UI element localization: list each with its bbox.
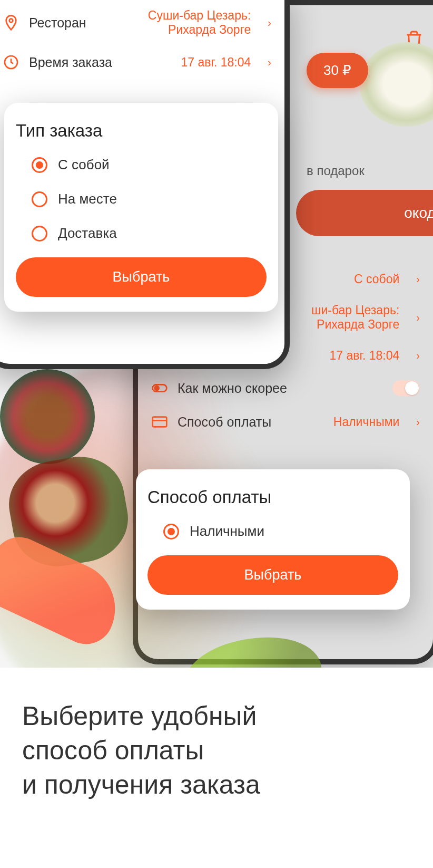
sushi-illustration [0,369,95,464]
select-button[interactable]: Выбрать [147,555,398,595]
food-image [359,42,433,127]
svg-point-4 [9,19,13,23]
radio-option-cash[interactable]: Наличными [163,523,398,539]
price-badge: 30 ₽ [307,53,368,88]
location-icon [3,14,19,31]
radio-option-delivery[interactable]: Доставка [32,225,267,242]
chevron-right-icon: › [416,350,420,362]
restaurant-value: Суши-бар Цезарь: Рихарда Зорге [130,8,251,37]
order-type-modal: Тип заказа С собой На месте Доставка Выб… [4,103,278,312]
asap-toggle[interactable] [392,380,420,396]
radio-icon [32,226,47,242]
radio-option-takeaway[interactable]: С собой [32,157,267,173]
radio-icon [163,524,179,539]
radio-icon [32,157,47,173]
chevron-right-icon: › [416,273,420,285]
chevron-right-icon: › [416,312,420,324]
gift-label: в подарок [307,163,365,178]
marketing-headline: Выберите удобный способ оплаты и получен… [22,699,411,802]
restaurant-row[interactable]: Ресторан Суши-бар Цезарь: Рихарда Зорге … [3,0,271,45]
trash-icon[interactable] [405,29,424,50]
payment-value: Наличными [333,415,400,429]
order-type-radio-group: С собой На месте Доставка [16,157,267,242]
radio-label: Наличными [190,523,264,539]
select-button[interactable]: Выбрать [16,257,267,297]
radio-label: На месте [58,191,117,207]
clock-icon [3,54,19,71]
modal-title: Тип заказа [16,121,267,141]
order-time-row[interactable]: Время заказа 17 авг. 18:04 › [3,45,271,79]
chevron-right-icon: › [416,416,420,428]
payment-method-modal: Способ оплаты Наличными Выбрать [136,469,410,610]
chevron-right-icon: › [268,56,271,69]
payment-radio-group: Наличными [147,523,398,539]
order-time-value: 17 авг. 18:04 [329,349,399,363]
order-type-value: С собой [354,272,399,286]
radio-option-dinein[interactable]: На месте [32,191,267,207]
radio-label: С собой [58,157,110,173]
restaurant-label: Ресторан [29,15,86,31]
promo-button[interactable]: окод [296,190,433,236]
radio-label: Доставка [58,225,117,242]
restaurant-value: ши-бар Цезарь:Рихарда Зорге [311,303,399,332]
radio-icon [32,191,47,207]
order-time-value: 17 авг. 18:04 [181,55,251,70]
modal-title: Способ оплаты [147,487,398,507]
chevron-right-icon: › [268,17,271,29]
order-time-label: Время заказа [29,55,112,70]
marketing-panel: Выберите удобный способ оплаты и получен… [0,668,433,868]
